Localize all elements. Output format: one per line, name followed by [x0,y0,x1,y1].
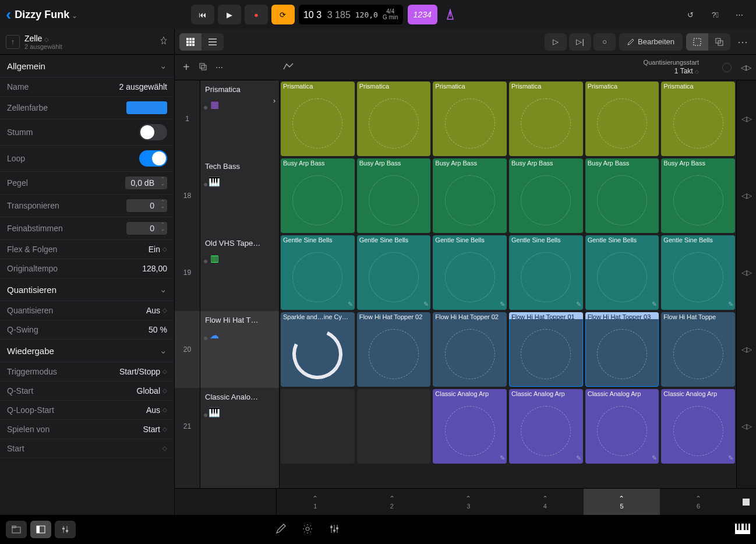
rewind-button[interactable]: ⏮ [191,5,214,24]
clip-cell[interactable]: Flow Hi Hat Topper 02 [357,312,431,387]
level-field[interactable]: 0,0 dB [125,176,167,189]
duplicate-mode-button[interactable] [708,33,730,51]
clip-cell[interactable]: Prismatica [357,82,431,156]
lcd-display[interactable]: 10 3 3 185 120,0 4/4G min [299,5,403,24]
start-value[interactable]: ◇ [162,446,167,451]
clip-cell[interactable]: Flow Hi Hat Toppe [661,312,735,387]
automation-button[interactable] [283,62,294,72]
tuner-button[interactable] [440,5,461,24]
qswing-value[interactable]: 50 % [149,325,167,334]
section-playback[interactable]: Wiedergabe ⌄ [0,340,174,362]
playfrom-value[interactable]: Start ◇ [143,425,167,434]
transpose-field[interactable]: 0 [126,199,167,212]
scene-button[interactable]: ⌃2 [354,489,430,515]
back-button[interactable]: ‹ [6,5,11,24]
clip-cell[interactable]: Gentle Sine Bells✎ [585,235,659,310]
quantize-start-display[interactable]: Quantisierungsstart 1 Takt ◇ [644,58,722,76]
clip-cell-selected[interactable]: Flow Hi Hat Topper 01 [509,312,583,387]
edit-button[interactable]: Bearbeiten [619,33,683,51]
scene-button[interactable]: ⌃1 [277,489,354,515]
track-header[interactable]: Old VHS Tape… ▥ [200,234,279,311]
clip-cell[interactable]: Gentle Sine Bells✎ [509,235,583,310]
mixer-tab-button[interactable] [55,521,76,538]
row-number[interactable]: 19 [175,234,200,311]
row-number[interactable]: 20 [175,311,200,388]
inspector-up-button[interactable]: ↑ [6,35,20,49]
settings-gear-button[interactable] [302,524,313,536]
section-quantize[interactable]: Quantisieren ⌄ [0,278,174,301]
edit-pencil-button[interactable] [275,524,286,536]
origtempo-value[interactable]: 128,00 [142,264,167,273]
inspector-tab-button[interactable] [30,521,51,538]
row-number[interactable]: 21 [175,388,200,465]
row-trigger[interactable]: ◁▷ [737,388,756,465]
qloopstart-value[interactable]: Aus ◇ [146,405,167,415]
help-button[interactable]: ?⃝ [708,8,722,22]
flex-value[interactable]: Ein ◇ [149,245,167,254]
seq-play-button[interactable]: ▷ [545,33,567,51]
clip-cell[interactable]: Prismatica [433,82,507,156]
qstart-value[interactable]: Global ◇ [137,386,167,395]
row-number[interactable]: 1 [175,80,200,157]
clip-cell[interactable]: Busy Arp Bass [357,158,431,233]
view-linear-button[interactable] [202,33,224,51]
clip-cell[interactable]: Prismatica [661,82,735,156]
cell-color-swatch[interactable] [126,101,167,114]
clip-cell[interactable]: Prismatica [585,82,659,156]
scene-button[interactable]: ⌃4 [507,489,584,515]
stop-all-button[interactable] [737,489,756,515]
mute-toggle[interactable] [139,124,167,140]
section-general[interactable]: Allgemein ⌄ [0,55,174,77]
clip-cell[interactable]: Gentle Sine Bells✎ [433,235,507,310]
finetune-field[interactable]: 0 [126,222,167,235]
trigger-value[interactable]: Start/Stopp ◇ [119,367,167,376]
clip-cell-selected[interactable]: Flow Hi Hat Topper 03 [585,312,659,387]
quantize-value[interactable]: Aus ◇ [146,306,167,315]
scene-button[interactable]: ⌃3 [430,489,507,515]
row-trigger[interactable]: ◁▷ [737,311,756,388]
clip-cell[interactable]: Flow Hi Hat Topper 02 [433,312,507,387]
scene-button[interactable]: ⌃5 [584,489,660,515]
row-trigger[interactable]: ◁▷ [737,234,756,311]
row-trigger[interactable]: ◁▷ [737,80,756,157]
eq-mixer-button[interactable] [329,524,340,536]
live-loops-more-button[interactable]: ⋯ [734,36,751,48]
project-title[interactable]: Dizzy Funk [15,9,69,21]
scene-button[interactable]: ⌃6 [660,489,737,515]
clip-cell[interactable]: Prismatica [281,82,355,156]
seq-record-button[interactable]: ○ [594,33,616,51]
clip-cell[interactable]: Busy Arp Bass [585,158,659,233]
row-trigger[interactable]: ◁▷ [737,157,756,234]
clip-cell[interactable]: Busy Arp Bass [661,158,735,233]
track-header[interactable]: Flow Hi Hat T… ☁ [200,311,279,388]
row-number[interactable]: 18 [175,157,200,234]
clip-cell[interactable]: Busy Arp Bass [281,158,355,233]
more-button[interactable]: ⋯ [733,8,747,22]
clip-cell[interactable]: Busy Arp Bass [433,158,507,233]
clip-cell[interactable]: Busy Arp Bass [509,158,583,233]
clip-cell[interactable]: Gentle Sine Bells✎ [281,235,355,310]
clip-cell[interactable]: Classic Analog Arp✎ [585,389,659,464]
metronome-button[interactable]: 1234 [408,5,437,24]
cycle-button[interactable]: ⟳ [271,5,295,24]
play-button[interactable]: ▶ [218,5,241,24]
clip-cell[interactable]: Classic Analog Arp✎ [509,389,583,464]
track-header[interactable]: Classic Analo… 🎹 [200,388,279,465]
seq-play-next-button[interactable]: ▷| [569,33,591,51]
track-header[interactable]: Tech Bass 🎹 [200,157,279,234]
name-value[interactable]: 2 ausgewählt [119,82,167,91]
track-header[interactable]: Prismatica ▦ › [200,80,279,157]
library-button[interactable] [6,521,27,538]
clip-cell[interactable]: Classic Analog Arp✎ [661,389,735,464]
add-track-button[interactable]: + [183,61,190,74]
undo-button[interactable]: ↺ [684,8,698,22]
record-button[interactable]: ● [245,5,268,24]
clip-cell[interactable]: Prismatica [509,82,583,156]
empty-cell[interactable] [357,389,431,464]
track-disclosure-button[interactable]: › [273,97,275,105]
clip-cell[interactable]: Sparkle and…ine Cymbal [281,312,355,387]
clip-cell[interactable]: Classic Analog Arp✎ [433,389,507,464]
track-more-button[interactable]: ⋯ [216,63,223,72]
view-grid-button[interactable] [179,33,202,51]
clip-cell[interactable]: Gentle Sine Bells✎ [357,235,431,310]
